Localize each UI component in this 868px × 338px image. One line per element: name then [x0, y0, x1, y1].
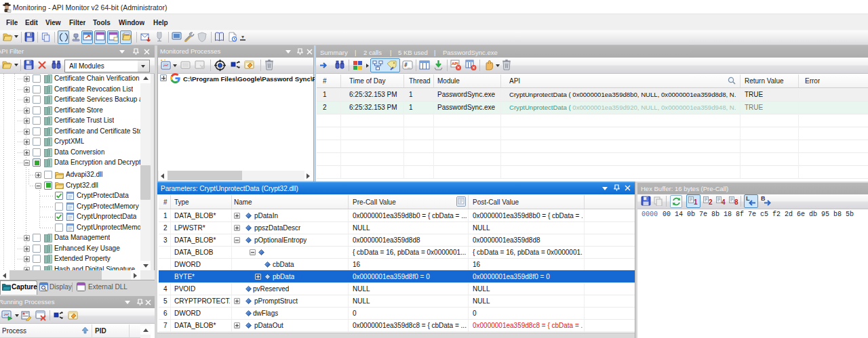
- svg-text:#_: #_: [404, 62, 411, 68]
- svg-text:API: API: [452, 62, 458, 66]
